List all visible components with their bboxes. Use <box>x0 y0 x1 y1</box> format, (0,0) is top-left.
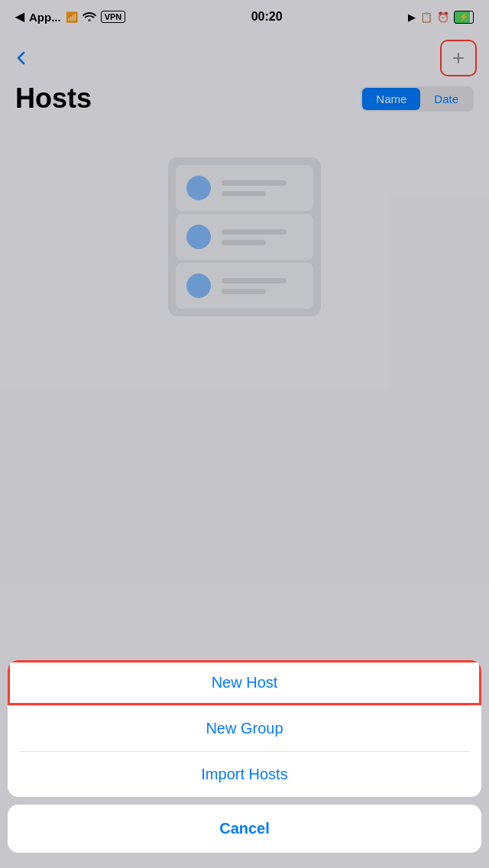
cancel-button[interactable]: Cancel <box>8 805 481 853</box>
new-host-button[interactable]: New Host <box>8 660 481 705</box>
action-group-cancel: Cancel <box>8 805 481 853</box>
action-group-main: New Host New Group Import Hosts <box>8 660 481 797</box>
action-sheet: New Host New Group Import Hosts Cancel <box>0 660 489 868</box>
import-hosts-button[interactable]: Import Hosts <box>8 752 481 797</box>
new-group-button[interactable]: New Group <box>8 706 481 751</box>
